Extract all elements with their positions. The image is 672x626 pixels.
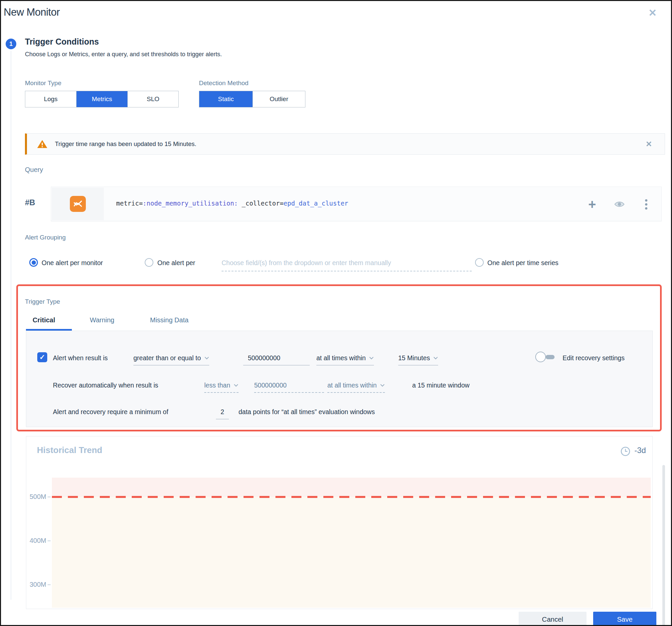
chevron-down-icon: [380, 384, 385, 387]
query-input[interactable]: metric=:node_memory_utilisation: _collec…: [116, 199, 348, 207]
query-collector-value: epd_dat_a_cluster: [284, 199, 348, 207]
tab-critical[interactable]: Critical: [32, 316, 55, 324]
step-connector-line: [10, 51, 11, 600]
kebab-menu-icon[interactable]: [640, 187, 653, 221]
query-keyword: metric=: [116, 199, 143, 207]
detection-method-segmented: Static Outlier: [199, 91, 305, 107]
recovery-comparator-dropdown[interactable]: less than: [204, 382, 239, 393]
detection-method-label: Detection Method: [199, 79, 248, 87]
query-metric-name: :node_memory_utilisation:: [143, 199, 238, 207]
add-query-button[interactable]: +: [582, 187, 602, 221]
y-axis-tick-mark: [48, 497, 51, 497]
radio-one-alert-per-time-series[interactable]: [475, 258, 484, 267]
occurrence-dropdown[interactable]: at all times within: [316, 354, 374, 365]
y-axis-tick: 300M: [27, 581, 46, 588]
edit-recovery-label: Edit recovery settings: [562, 354, 624, 362]
tab-warning[interactable]: Warning: [90, 316, 115, 324]
alert-row-prefix: Alert when result is: [53, 354, 108, 362]
min-points-input[interactable]: 2: [216, 408, 229, 419]
chevron-down-icon: [369, 357, 374, 360]
group-fields-input[interactable]: Choose field/(s) from the dropdown or en…: [221, 259, 472, 271]
recovery-threshold-input[interactable]: 500000000: [254, 382, 324, 393]
warning-banner-text: Trigger time range has been updated to 1…: [55, 140, 196, 148]
threshold-dashed-line: [52, 496, 651, 498]
step-number-badge: 1: [6, 39, 16, 49]
cancel-button[interactable]: Cancel: [519, 612, 586, 626]
detection-static[interactable]: Static: [199, 91, 253, 107]
eye-icon[interactable]: [609, 187, 629, 221]
page-title: New Monitor: [4, 6, 60, 18]
recovery-occurrence-value: at all times within: [327, 382, 377, 389]
trend-chart-plot-area: [52, 478, 651, 608]
radio-label: One alert per monitor: [42, 259, 103, 267]
tab-missing-data[interactable]: Missing Data: [150, 316, 189, 324]
recovery-occurrence-dropdown[interactable]: at all times within: [327, 382, 385, 393]
chevron-down-icon: [234, 384, 239, 387]
banner-close-icon[interactable]: ✕: [646, 140, 652, 149]
comparator-value: greater than or equal to: [134, 354, 201, 362]
monitor-type-segmented: Logs Metrics SLO: [25, 91, 178, 107]
monitor-type-logs[interactable]: Logs: [25, 91, 76, 107]
alert-enabled-checkbox[interactable]: ✓: [37, 352, 47, 362]
query-label: Query: [25, 166, 43, 174]
check-icon: ✓: [39, 353, 45, 361]
monitor-type-label: Monitor Type: [25, 79, 61, 87]
historical-trend-panel: Historical Trend -3d 500M 400M 300M: [26, 436, 653, 609]
query-type-tile: [52, 188, 104, 220]
trigger-type-label: Trigger Type: [25, 298, 60, 305]
monitor-type-slo[interactable]: SLO: [127, 91, 178, 107]
historical-trend-title: Historical Trend: [37, 445, 102, 455]
detection-outlier[interactable]: Outlier: [253, 91, 305, 107]
section-title: Trigger Conditions: [25, 37, 99, 47]
vertical-scrollbar[interactable]: [662, 465, 665, 626]
close-icon[interactable]: ✕: [648, 7, 657, 19]
time-window-dropdown[interactable]: 15 Minutes: [398, 354, 438, 365]
radio-one-alert-per[interactable]: [145, 258, 153, 267]
monitor-type-metrics[interactable]: Metrics: [76, 91, 127, 107]
radio-one-alert-per-monitor[interactable]: [29, 258, 38, 267]
alert-grouping-label: Alert Grouping: [25, 234, 66, 241]
time-window-value: 15 Minutes: [398, 354, 430, 362]
normal-region-shade: [52, 497, 651, 608]
recovery-row-suffix: a 15 minute window: [412, 382, 470, 389]
metrics-query-icon: [70, 196, 86, 212]
radio-label: One alert per time series: [487, 259, 558, 267]
y-axis-tick: 400M: [27, 537, 46, 545]
query-row: metric=:node_memory_utilisation: _collec…: [51, 187, 662, 221]
chevron-down-icon: [204, 357, 209, 360]
warning-banner: Trigger time range has been updated to 1…: [25, 134, 665, 155]
query-collector-keyword: _collector=: [238, 199, 284, 207]
clock-icon: [620, 447, 630, 456]
radio-label: One alert per: [158, 259, 195, 267]
trigger-conditions-panel: ✓ Alert when result is greater than or e…: [26, 331, 653, 427]
query-row-id: #B: [25, 198, 35, 207]
y-axis-tick-mark: [48, 540, 51, 541]
min-points-suffix: data points for “at all times” evaluatio…: [239, 408, 375, 416]
recovery-comparator-value: less than: [204, 382, 230, 389]
y-axis-tick: 500M: [27, 493, 46, 501]
occurrence-value: at all times within: [316, 354, 366, 362]
critical-region-shade: [52, 478, 651, 497]
edit-recovery-toggle[interactable]: [535, 352, 556, 363]
y-axis-tick-mark: [48, 584, 51, 585]
save-button[interactable]: Save: [593, 612, 656, 626]
new-monitor-dialog: New Monitor ✕ 1 Trigger Conditions Choos…: [0, 0, 672, 626]
recovery-row-prefix: Recover automatically when result is: [53, 382, 158, 389]
min-points-prefix: Alert and recovery require a minimum of: [53, 408, 168, 416]
warning-icon: [37, 139, 48, 149]
section-subtitle: Choose Logs or Metrics, enter a query, a…: [25, 51, 222, 58]
comparator-dropdown[interactable]: greater than or equal to: [134, 354, 209, 365]
time-range-selector[interactable]: -3d: [634, 446, 646, 455]
threshold-input[interactable]: 500000000: [243, 354, 310, 365]
chevron-down-icon: [433, 357, 438, 360]
